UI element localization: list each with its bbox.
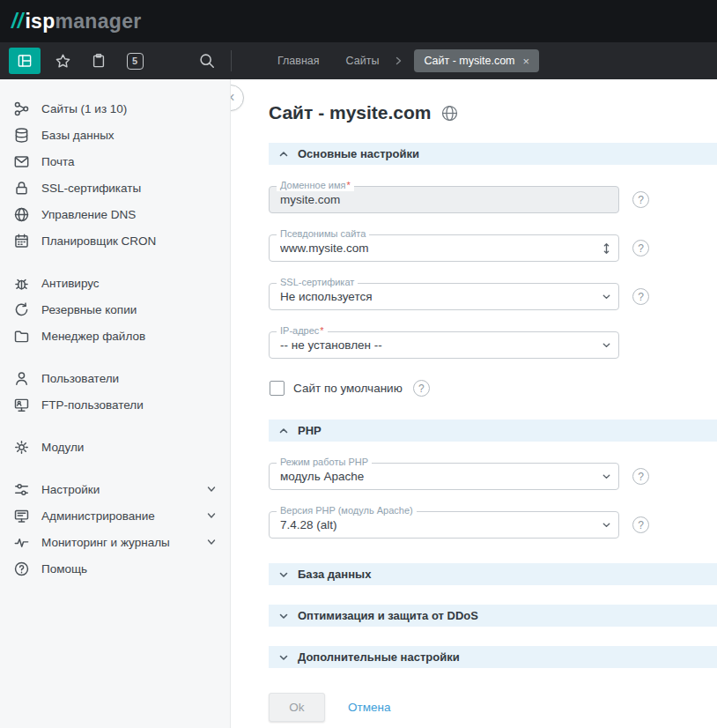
sidebar-item-sites[interactable]: Сайты (1 из 10)	[0, 95, 230, 122]
sidebar-item-administration[interactable]: Администрирование	[0, 502, 230, 529]
sidebar-item-users[interactable]: Пользователи	[0, 365, 230, 391]
ssl-select-value: Не используется	[280, 290, 373, 303]
search-icon-button[interactable]	[196, 48, 218, 74]
php-mode-row: Режим работы PHP модуль Apache ?	[269, 463, 717, 490]
default-site-checkbox[interactable]	[270, 381, 285, 396]
section-general-header[interactable]: Основные настройки	[269, 143, 717, 165]
sidebar-item-label: Сайты (1 из 10)	[41, 102, 127, 115]
field-label: IP-адрес*	[277, 325, 328, 337]
sidebar-item-label: Модули	[41, 441, 84, 454]
toolbar: 5 Главная Сайты Сайт - mysite.com ×	[0, 42, 717, 79]
expand-vertical-icon[interactable]	[602, 241, 611, 255]
field-label: Версия PHP (модуль Apache)	[277, 505, 417, 516]
form-footer: Ok Отмена	[269, 693, 717, 722]
bug-icon	[13, 275, 30, 292]
clipboard-icon-button[interactable]	[87, 48, 110, 74]
notifications-badge-button[interactable]: 5	[123, 48, 146, 74]
dashboard-icon	[17, 53, 33, 69]
field-label: Доменное имя*	[277, 180, 354, 191]
monitor-icon	[13, 508, 30, 524]
sidebar-item-label: Помощь	[41, 562, 87, 576]
ip-select-value: -- не установлен --	[280, 338, 382, 352]
sidebar-item-cron[interactable]: Планировщик CRON	[0, 227, 230, 254]
required-asterisk: *	[346, 180, 350, 191]
sidebar-item-monitoring[interactable]: Мониторинг и журналы	[0, 529, 230, 555]
sidebar-item-databases[interactable]: Базы данных	[0, 122, 230, 148]
sidebar-item-modules[interactable]: Модули	[0, 434, 230, 460]
section-extra-header[interactable]: Дополнительные настройки	[269, 646, 717, 668]
chevron-down-icon	[278, 569, 289, 580]
sidebar-item-files[interactable]: Менеджер файлов	[0, 323, 230, 349]
help-icon[interactable]: ?	[632, 191, 649, 208]
sidebar-item-ftp-users[interactable]: FTP-пользователи	[0, 391, 230, 418]
user-icon	[13, 370, 30, 387]
chevron-down-icon	[278, 611, 289, 621]
sites-icon	[13, 100, 30, 117]
sidebar: Сайты (1 из 10) Базы данных Почта SSL-се…	[0, 79, 231, 728]
sidebar-item-antivirus[interactable]: Антивирус	[0, 270, 230, 296]
aliases-field: Псевдонимы сайта	[269, 234, 619, 262]
clipboard-icon	[91, 53, 107, 69]
help-icon[interactable]: ?	[413, 380, 430, 397]
close-button[interactable]: ×	[231, 85, 244, 111]
sidebar-item-backups[interactable]: Резервные копии	[0, 296, 230, 323]
toolbar-left: 5	[0, 48, 231, 74]
toolbar-divider	[231, 50, 232, 71]
sidebar-item-ssl[interactable]: SSL-сертификаты	[0, 175, 230, 201]
sidebar-item-label: Планировщик CRON	[41, 234, 156, 248]
sidebar-item-label: Антивирус	[41, 277, 100, 290]
domain-field: Доменное имя*	[269, 186, 619, 213]
star-icon-button[interactable]	[51, 48, 74, 74]
section-database-header[interactable]: База данных	[269, 563, 717, 585]
tab-site[interactable]: Сайт - mysite.com ×	[414, 49, 539, 72]
sidebar-item-label: Настройки	[41, 483, 100, 496]
help-icon[interactable]: ?	[632, 468, 649, 485]
section-title: База данных	[298, 568, 371, 581]
page-body: Сайты (1 из 10) Базы данных Почта SSL-се…	[0, 79, 717, 728]
breadcrumb-chevron-icon	[395, 56, 403, 65]
sidebar-item-label: Администрирование	[41, 509, 155, 523]
php-version-select-value: 7.4.28 (alt)	[280, 518, 337, 531]
cancel-button[interactable]: Отмена	[348, 701, 390, 714]
globe-icon	[13, 206, 30, 223]
required-asterisk: *	[320, 325, 323, 337]
php-version-field: Версия PHP (модуль Apache) 7.4.28 (alt)	[269, 511, 619, 539]
page-title: Сайт - mysite.com	[269, 102, 432, 123]
sidebar-item-label: Резервные копии	[41, 303, 137, 316]
page-title-row: Сайт - mysite.com	[269, 102, 717, 123]
app: //ispmanager 5	[0, 0, 717, 728]
breadcrumb-sites[interactable]: Сайты	[346, 55, 380, 67]
sidebar-item-dns[interactable]: Управление DNS	[0, 201, 230, 227]
php-mode-field: Режим работы PHP модуль Apache	[269, 463, 619, 490]
tab-close-icon[interactable]: ×	[523, 56, 530, 67]
section-ddos-header[interactable]: Оптимизация и защита от DDoS	[269, 605, 717, 627]
help-icon[interactable]: ?	[632, 516, 649, 533]
chevron-down-icon	[207, 538, 216, 546]
star-icon	[55, 53, 71, 70]
help-icon[interactable]: ?	[632, 240, 649, 256]
section-title: PHP	[298, 424, 322, 437]
topbar: //ispmanager	[0, 0, 717, 42]
brand-light: manager	[55, 10, 142, 33]
help-icon[interactable]: ?	[632, 288, 649, 305]
brand-logo[interactable]: //ispmanager	[11, 10, 142, 33]
php-mode-select-value: модуль Apache	[280, 470, 364, 483]
breadcrumb-home[interactable]: Главная	[277, 55, 320, 67]
calendar-icon	[13, 233, 30, 249]
domain-field-row: Доменное имя* ?	[269, 186, 717, 213]
chevron-down-icon	[602, 292, 611, 301]
sidebar-item-settings[interactable]: Настройки	[0, 476, 230, 502]
main-content: × Сайт - mysite.com Основные настройки Д…	[231, 79, 717, 728]
chevron-down-icon	[207, 511, 216, 520]
chevron-up-icon	[278, 149, 289, 160]
ok-button[interactable]: Ok	[269, 693, 325, 722]
breadcrumb: Главная Сайты Сайт - mysite.com ×	[277, 49, 539, 72]
dashboard-icon-button[interactable]	[9, 48, 41, 74]
section-php-header[interactable]: PHP	[269, 420, 717, 442]
brand-slashes: //	[11, 10, 23, 33]
sidebar-item-label: FTP-пользователи	[41, 398, 144, 412]
sidebar-item-help[interactable]: Помощь	[0, 555, 230, 582]
sidebar-item-mail[interactable]: Почта	[0, 148, 230, 175]
pulse-icon	[13, 534, 30, 551]
default-site-label: Сайт по умолчанию	[293, 382, 403, 395]
